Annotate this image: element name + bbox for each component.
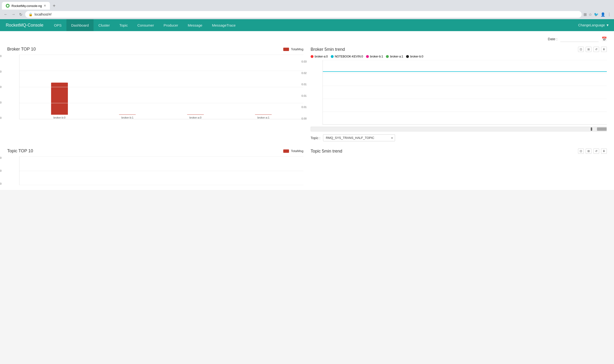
gridline-4 bbox=[19, 103, 303, 103]
tab-close-button[interactable]: × bbox=[44, 4, 46, 8]
chart-zoom-in[interactable]: ⊡ bbox=[578, 47, 584, 52]
legend-label-broker-a-1: broker-a:1 bbox=[390, 55, 403, 58]
topic-top10-chart-wrapper: 1.00 0.50 0.00 bbox=[7, 156, 303, 185]
date-input[interactable] bbox=[560, 36, 599, 42]
nav-producer[interactable]: Producer bbox=[159, 19, 183, 31]
scrollbar-left-handle[interactable] bbox=[591, 127, 592, 131]
legend-dot-broker-b-1 bbox=[366, 55, 369, 58]
broker-bar-chart: broker-b:0 broker-b:1 broker-a:0 br bbox=[19, 55, 303, 119]
active-tab[interactable]: RocketMq-console-ng × bbox=[2, 2, 50, 10]
legend-label-notebook: NOTEBOOK-KEVIN:0 bbox=[335, 55, 363, 58]
chart-download[interactable]: ⬇ bbox=[601, 47, 607, 52]
topic-gridline-2 bbox=[19, 171, 303, 171]
scrollbar-thumb[interactable] bbox=[597, 127, 607, 131]
bottom-charts-grid: Topic TOP 10 TotalMsg 1.00 0.50 0.00 bbox=[7, 148, 607, 185]
topic-select-wrapper: RMQ_SYS_TRANS_HALF_TOPIC SCHEDULE_TOPIC_… bbox=[323, 134, 395, 141]
broker-y-axis: 2.00 1.50 1.00 0.50 0.00 bbox=[0, 55, 1, 119]
topic-gridline-3 bbox=[19, 185, 303, 185]
topic-trend-section: Topic 5min trend ⊡ ⊞ ↺ ⬇ bbox=[311, 148, 607, 185]
bar-fill-broker-a-0 bbox=[187, 115, 204, 115]
topic-top10-section: Topic TOP 10 TotalMsg 1.00 0.50 0.00 bbox=[7, 148, 303, 185]
bar-fill-broker-a-1 bbox=[255, 115, 272, 115]
main-nav: RocketMQ-Console OPS Dashboard Cluster T… bbox=[0, 19, 614, 31]
broker-trend-title: Broker 5min trend bbox=[311, 47, 345, 52]
broker-top10-chart-wrapper: 2.00 1.50 1.00 0.50 0.00 broker-b: bbox=[7, 55, 303, 119]
nav-items: OPS Dashboard Cluster Topic Consumer Pro… bbox=[49, 19, 240, 31]
chart-scrollbar[interactable] bbox=[311, 127, 607, 131]
topic-y-axis: 1.00 0.50 0.00 bbox=[0, 156, 1, 185]
broker-top10-legend: TotalMsg bbox=[283, 47, 303, 51]
topic-trend-title: Topic 5min trend bbox=[311, 149, 342, 154]
nav-dashboard[interactable]: Dashboard bbox=[67, 19, 94, 31]
totalmsg-legend-color bbox=[283, 48, 289, 51]
topic-selector-label: Topic : bbox=[311, 136, 320, 140]
topic-legend-color bbox=[283, 149, 289, 153]
topic-trend-header: Topic 5min trend ⊡ ⊞ ↺ ⬇ bbox=[311, 148, 607, 154]
chart-zoom-out[interactable]: ⊞ bbox=[586, 47, 591, 52]
broker-top10-title: Broker TOP 10 bbox=[7, 47, 36, 52]
translate-icon[interactable]: ⊞ bbox=[584, 12, 587, 17]
tab-bar: RocketMq-console-ng × + bbox=[0, 0, 614, 10]
app-header: RocketMQ-Console OPS Dashboard Cluster T… bbox=[0, 19, 614, 31]
legend-broker-b-0: broker-b:0 bbox=[406, 55, 423, 58]
topic-chart-download[interactable]: ⬇ bbox=[601, 148, 607, 154]
topic-chart-zoom-in[interactable]: ⊡ bbox=[578, 148, 584, 154]
topic-chart-refresh[interactable]: ↺ bbox=[593, 148, 599, 154]
legend-dot-broker-a-1 bbox=[386, 55, 389, 58]
topic-select[interactable]: RMQ_SYS_TRANS_HALF_TOPIC SCHEDULE_TOPIC_… bbox=[323, 134, 395, 141]
top-charts-grid: Broker TOP 10 TotalMsg 2.00 1.50 1.00 0.… bbox=[7, 47, 607, 141]
browser-chrome: RocketMq-console-ng × + ← → ↻ 🔒 localhos… bbox=[0, 0, 614, 19]
reload-button[interactable]: ↻ bbox=[18, 11, 23, 18]
legend-dot-broker-b-0 bbox=[406, 55, 409, 58]
broker-top10-section: Broker TOP 10 TotalMsg 2.00 1.50 1.00 0.… bbox=[7, 47, 303, 141]
menu-icon[interactable]: ⋮ bbox=[607, 12, 611, 17]
nav-cluster[interactable]: Cluster bbox=[94, 19, 115, 31]
broker-line-chart-svg bbox=[323, 60, 607, 125]
topic-chart-zoom-out[interactable]: ⊞ bbox=[586, 148, 591, 154]
gridline-3 bbox=[19, 87, 303, 87]
broker-trend-header: Broker 5min trend ⊡ ⊞ ↺ ⬇ bbox=[311, 47, 607, 52]
date-label: Date : bbox=[548, 37, 558, 41]
legend-dot-notebook bbox=[331, 55, 334, 58]
legend-notebook-kevin-0: NOTEBOOK-KEVIN:0 bbox=[331, 55, 363, 58]
legend-broker-a-0: broker-a:0 bbox=[311, 55, 328, 58]
calendar-icon[interactable]: 📅 bbox=[601, 36, 607, 42]
topic-bar-chart bbox=[19, 156, 303, 185]
profile-icon[interactable]: 👤 bbox=[600, 12, 605, 17]
nav-messagetrace[interactable]: MessageTrace bbox=[207, 19, 240, 31]
chevron-down-icon: ▼ bbox=[606, 23, 609, 27]
bar-fill-broker-b-0 bbox=[51, 83, 68, 115]
lock-icon: 🔒 bbox=[28, 13, 33, 16]
address-bar: ← → ↻ 🔒 localhost/#/ ⊞ ☆ 🐦 👤 ⋮ bbox=[0, 10, 614, 19]
nav-ops[interactable]: OPS bbox=[49, 19, 67, 31]
topic-top10-legend-label: TotalMsg bbox=[291, 149, 303, 153]
bookmark-icon[interactable]: ☆ bbox=[588, 12, 592, 17]
nav-consumer[interactable]: Consumer bbox=[133, 19, 159, 31]
gridline-2 bbox=[19, 71, 303, 71]
url-bar[interactable]: 🔒 localhost/#/ bbox=[25, 11, 582, 18]
new-tab-button[interactable]: + bbox=[51, 2, 57, 10]
change-language-button[interactable]: ChangeLanguage ▼ bbox=[578, 19, 614, 31]
legend-dot-broker-a-0 bbox=[311, 55, 313, 58]
legend-broker-b-1: broker-b:1 bbox=[366, 55, 383, 58]
broker-trend-actions: ⊡ ⊞ ↺ ⬇ bbox=[578, 47, 607, 52]
address-actions: ⊞ ☆ 🐦 👤 ⋮ bbox=[584, 12, 611, 17]
nav-topic[interactable]: Topic bbox=[115, 19, 133, 31]
legend-label-broker-b-0: broker-b:0 bbox=[410, 55, 423, 58]
legend-label-broker-a-0: broker-a:0 bbox=[315, 55, 328, 58]
broker-top10-header: Broker TOP 10 TotalMsg bbox=[7, 47, 303, 52]
broker-top10-legend-label: TotalMsg bbox=[291, 47, 303, 51]
topic-trend-actions: ⊡ ⊞ ↺ ⬇ bbox=[578, 148, 607, 154]
back-button[interactable]: ← bbox=[3, 11, 9, 17]
extension-icon[interactable]: 🐦 bbox=[594, 12, 599, 17]
broker-trend-y-axis: 0.03 0.02 0.01 0.01 0.01 0.00 bbox=[302, 60, 307, 120]
svg-point-0 bbox=[7, 5, 9, 7]
forward-button[interactable]: → bbox=[11, 11, 16, 17]
topic-gridline-1 bbox=[19, 156, 303, 157]
nav-message[interactable]: Message bbox=[183, 19, 207, 31]
topic-top10-legend: TotalMsg bbox=[283, 149, 303, 153]
date-row: Date : 📅 bbox=[7, 36, 607, 42]
legend-label-broker-b-1: broker-b:1 bbox=[370, 55, 383, 58]
chart-refresh[interactable]: ↺ bbox=[593, 47, 599, 52]
main-content: Date : 📅 Broker TOP 10 TotalMsg 2.00 1.5… bbox=[0, 31, 614, 190]
